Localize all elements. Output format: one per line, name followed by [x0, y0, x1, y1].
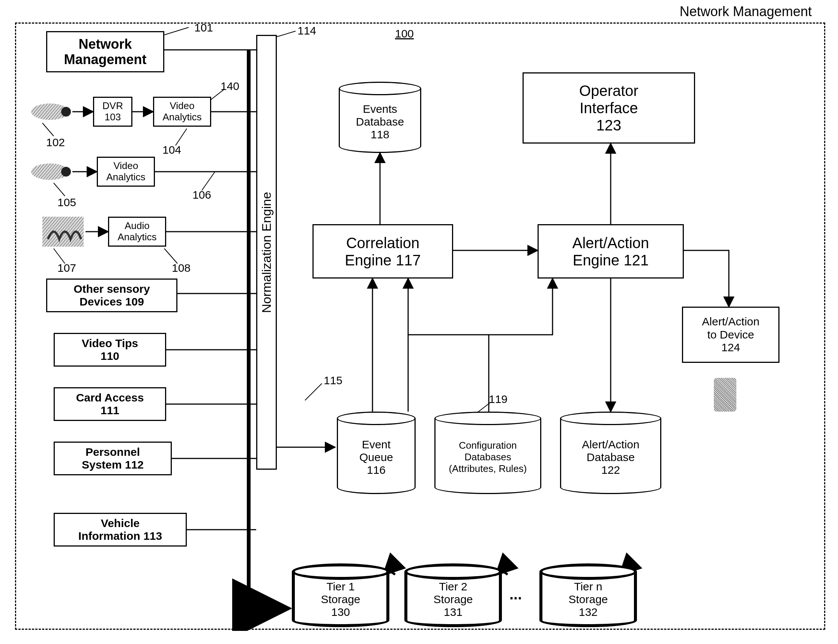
tier2-label: Tier 2Storage131 — [433, 580, 473, 619]
other-sensory-block: Other sensoryDevices 109 — [46, 279, 178, 312]
event-queue-label: EventQueue116 — [359, 438, 393, 476]
ref-104: 104 — [163, 144, 181, 156]
ref-102: 102 — [46, 136, 65, 149]
alert-action-db-cylinder: Alert/ActionDatabase122 — [560, 412, 661, 494]
camera-icon-1 — [29, 100, 74, 123]
tier1-storage-cylinder: Tier 1Storage130 — [292, 564, 389, 627]
events-database-cylinder: EventsDatabase118 — [339, 82, 421, 153]
ref-107: 107 — [58, 262, 76, 274]
ellipsis: ... — [509, 586, 522, 603]
alert-action-engine-block: Alert/ActionEngine 121 — [538, 224, 684, 279]
ref-105: 105 — [58, 196, 76, 209]
dvr-block: DVR103 — [93, 97, 132, 127]
svg-line-31 — [43, 123, 54, 136]
svg-line-32 — [54, 183, 65, 196]
svg-line-28 — [176, 128, 187, 145]
operator-interface-block: OperatorInterface123 — [522, 72, 695, 144]
svg-line-33 — [54, 248, 65, 263]
video-analytics-1-block: VideoAnalytics — [153, 97, 211, 127]
config-db-cylinder: ConfigurationDatabases(Attributes, Rules… — [435, 412, 541, 494]
correlation-engine-block: CorrelationEngine 117 — [313, 224, 453, 279]
alert-to-device-block: Alert/Actionto Device124 — [682, 307, 779, 363]
event-queue-cylinder: EventQueue116 — [337, 412, 416, 494]
svg-point-39 — [61, 167, 71, 177]
vehicle-info-block: VehicleInformation 113 — [54, 513, 187, 547]
svg-line-29 — [202, 172, 215, 191]
system-boundary: 100 NetworkManagement 101 102 DVR103 Vid… — [15, 23, 825, 630]
alert-action-db-label: Alert/ActionDatabase122 — [582, 438, 639, 476]
system-number: 100 — [395, 27, 414, 40]
ref-114: 114 — [298, 25, 316, 37]
svg-line-34 — [305, 383, 322, 400]
svg-line-30 — [164, 248, 178, 263]
page-title: Network Management — [680, 4, 812, 20]
video-analytics-2-block: VideoAnalytics — [97, 157, 155, 187]
svg-point-37 — [61, 107, 71, 117]
audio-sensor-icon — [41, 213, 86, 250]
video-tips-block: Video Tips110 — [54, 333, 166, 366]
card-access-block: Card Access111 — [54, 387, 166, 421]
tier2-storage-cylinder: Tier 2Storage131 — [404, 564, 502, 627]
svg-line-25 — [164, 27, 189, 35]
network-management-block: NetworkManagement — [46, 31, 164, 72]
tiern-storage-cylinder: Tier nStorage132 — [539, 564, 637, 627]
personnel-block: PersonnelSystem 112 — [54, 442, 172, 475]
tiern-label: Tier nStorage132 — [568, 580, 608, 619]
tier1-label: Tier 1Storage130 — [321, 580, 360, 619]
ref-115: 115 — [324, 374, 342, 387]
normalization-engine-label: Normalization Engine — [259, 192, 274, 313]
config-db-label: ConfigurationDatabases(Attributes, Rules… — [449, 440, 527, 475]
normalization-engine-block: Normalization Engine — [256, 35, 277, 470]
ref-108: 108 — [172, 262, 191, 274]
camera-icon-2 — [29, 161, 74, 183]
svg-line-26 — [277, 31, 296, 37]
audio-analytics-block: AudioAnalytics — [108, 217, 166, 246]
ref-140: 140 — [221, 80, 239, 93]
events-db-label: EventsDatabase118 — [356, 103, 404, 141]
ref-119: 119 — [489, 393, 507, 406]
ref-101: 101 — [194, 21, 213, 34]
handheld-device-icon — [714, 378, 736, 412]
ref-106: 106 — [193, 189, 211, 201]
